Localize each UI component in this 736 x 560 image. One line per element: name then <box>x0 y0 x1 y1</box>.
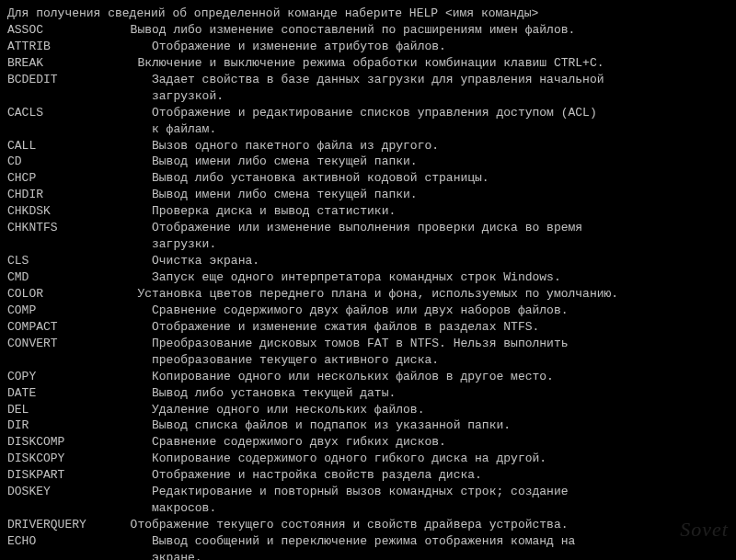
command-description: Вывод либо установка активной кодовой ст… <box>116 170 729 187</box>
command-name: ASSOC <box>7 22 116 39</box>
command-row: DIR Вывод списка файлов и подпапок из ук… <box>7 417 729 434</box>
command-description: Копирование содержимого одного гибкого д… <box>116 451 729 467</box>
command-description: Отображение и редактирование списков упр… <box>116 105 729 138</box>
command-description: Вывод либо установка текущей даты. <box>116 385 729 402</box>
command-name: ECHO <box>7 533 116 560</box>
command-row: CHCP Вывод либо установка активной кодов… <box>7 170 729 187</box>
command-name: CACLS <box>7 105 116 138</box>
command-description: Вывод имени либо смена текущей папки. <box>116 154 729 170</box>
command-row: BCDEDIT Задает свойства в базе данных за… <box>7 72 729 105</box>
command-row: DATE Вывод либо установка текущей даты. <box>7 385 729 402</box>
command-name: DOSKEY <box>7 484 116 517</box>
command-name: COLOR <box>7 286 116 303</box>
command-row: CHDIR Вывод имени либо смена текущей пап… <box>7 187 729 203</box>
command-name: DRIVERQUERY <box>7 517 116 533</box>
command-description: Проверка диска и вывод статистики. <box>116 203 729 220</box>
command-name: BREAK <box>7 55 116 72</box>
command-description: Копирование одного или нескольких файлов… <box>116 369 729 385</box>
command-row: BREAK Включение и выключение режима обра… <box>7 55 729 72</box>
command-name: CHKDSK <box>7 203 116 220</box>
command-name: CALL <box>7 138 116 154</box>
command-row: CHKNTFS Отображение или изменение выполн… <box>7 220 729 253</box>
command-name: CD <box>7 154 116 170</box>
command-row: DISKCOMP Сравнение содержимого двух гибк… <box>7 434 729 451</box>
command-description: Сравнение содержимого двух файлов или дв… <box>116 303 729 319</box>
command-name: COPY <box>7 369 116 385</box>
command-row: DRIVERQUERY Отображение текущего состоян… <box>7 517 729 533</box>
command-list: ASSOC Вывод либо изменение сопоставлений… <box>7 22 729 560</box>
command-description: Редактирование и повторный вызов командн… <box>116 484 729 517</box>
command-name: COMPACT <box>7 319 116 336</box>
command-name: DISKPART <box>7 467 116 484</box>
command-description: Вывод сообщений и переключение режима от… <box>116 533 729 560</box>
command-name: ATTRIB <box>7 39 116 55</box>
command-name: DATE <box>7 385 116 402</box>
command-description: Отображение текущего состояния и свойств… <box>116 517 729 533</box>
command-row: ECHO Вывод сообщений и переключение режи… <box>7 533 729 560</box>
command-row: DISKCOPY Копирование содержимого одного … <box>7 451 729 467</box>
command-description: Отображение и изменение сжатия файлов в … <box>116 319 729 336</box>
command-row: COMPACT Отображение и изменение сжатия ф… <box>7 319 729 336</box>
command-name: DEL <box>7 402 116 418</box>
command-name: DISKCOPY <box>7 451 116 467</box>
command-row: ATTRIB Отображение и изменение атрибутов… <box>7 39 729 55</box>
command-description: Вывод либо изменение сопоставлений по ра… <box>116 22 729 39</box>
command-description: Очистка экрана. <box>116 253 729 269</box>
command-name: COMP <box>7 303 116 319</box>
command-name: CMD <box>7 269 116 286</box>
command-row: COLOR Установка цветов переднего плана и… <box>7 286 729 303</box>
command-row: COMP Сравнение содержимого двух файлов и… <box>7 303 729 319</box>
command-description: Удаление одного или нескольких файлов. <box>116 402 729 418</box>
command-row: CMD Запуск еще одного интерпретатора ком… <box>7 269 729 286</box>
command-name: BCDEDIT <box>7 72 116 105</box>
command-name: DISKCOMP <box>7 434 116 451</box>
command-description: Вывод имени либо смена текущей папки. <box>116 187 729 203</box>
command-row: ASSOC Вывод либо изменение сопоставлений… <box>7 22 729 39</box>
command-description: Отображение и изменение атрибутов файлов… <box>116 39 729 55</box>
command-row: COPY Копирование одного или нескольких ф… <box>7 369 729 385</box>
command-name: DIR <box>7 417 116 434</box>
command-description: Отображение или изменение выполнения про… <box>116 220 729 253</box>
command-name: CHCP <box>7 170 116 187</box>
command-description: Задает свойства в базе данных загрузки д… <box>116 72 729 105</box>
command-description: Отображение и настройка свойств раздела … <box>116 467 729 484</box>
command-name: CHDIR <box>7 187 116 203</box>
command-description: Вызов одного пакетного файла из другого. <box>116 138 729 154</box>
command-description: Включение и выключение режима обработки … <box>116 55 729 72</box>
command-name: CONVERT <box>7 336 116 369</box>
command-name: CHKNTFS <box>7 220 116 253</box>
command-description: Сравнение содержимого двух гибких дисков… <box>116 434 729 451</box>
command-row: DEL Удаление одного или нескольких файло… <box>7 402 729 418</box>
command-description: Установка цветов переднего плана и фона,… <box>116 286 729 303</box>
command-name: CLS <box>7 253 116 269</box>
command-row: CD Вывод имени либо смена текущей папки. <box>7 154 729 170</box>
command-description: Преобразование дисковых томов FAT в NTFS… <box>116 336 729 369</box>
command-description: Вывод списка файлов и подпапок из указан… <box>116 417 729 434</box>
command-row: CONVERT Преобразование дисковых томов FA… <box>7 336 729 369</box>
command-row: CALL Вызов одного пакетного файла из дру… <box>7 138 729 154</box>
command-description: Запуск еще одного интерпретатора командн… <box>116 269 729 286</box>
command-row: CACLS Отображение и редактирование списк… <box>7 105 729 138</box>
command-row: DISKPART Отображение и настройка свойств… <box>7 467 729 484</box>
command-row: CLS Очистка экрана. <box>7 253 729 269</box>
command-row: CHKDSK Проверка диска и вывод статистики… <box>7 203 729 220</box>
command-row: DOSKEY Редактирование и повторный вызов … <box>7 484 729 517</box>
help-header: Для получения сведений об определенной к… <box>7 6 729 22</box>
